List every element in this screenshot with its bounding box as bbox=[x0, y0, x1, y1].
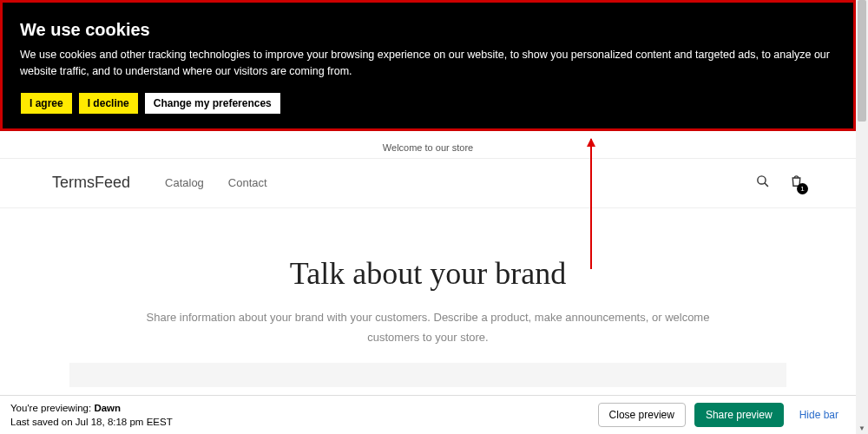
vertical-scrollbar[interactable]: ▼ bbox=[856, 0, 868, 434]
header-icons: 1 bbox=[755, 174, 804, 192]
main-nav: Catalog Contact bbox=[165, 176, 267, 189]
cookie-button-row: I agree I decline Change my preferences bbox=[20, 92, 836, 115]
scrollbar-down-arrow[interactable]: ▼ bbox=[856, 422, 868, 434]
preview-info: You're previewing: Dawn Last saved on Ju… bbox=[10, 401, 173, 429]
change-preferences-button[interactable]: Change my preferences bbox=[144, 92, 281, 115]
svg-point-0 bbox=[758, 176, 766, 184]
preview-actions: Close preview Share preview Hide bar bbox=[598, 403, 845, 427]
search-icon[interactable] bbox=[755, 174, 770, 192]
nav-contact[interactable]: Contact bbox=[228, 176, 267, 189]
annotation-arrow bbox=[590, 139, 592, 269]
hero-title: Talk about your brand bbox=[52, 255, 804, 292]
cookie-description: We use cookies and other tracking techno… bbox=[20, 47, 836, 80]
site-logo[interactable]: TermsFeed bbox=[52, 174, 130, 192]
agree-button[interactable]: I agree bbox=[20, 92, 73, 115]
decline-button[interactable]: I decline bbox=[78, 92, 139, 115]
share-preview-button[interactable]: Share preview bbox=[694, 403, 784, 427]
cookie-consent-banner: We use cookies We use cookies and other … bbox=[0, 0, 856, 131]
preview-theme-name: Dawn bbox=[94, 403, 121, 413]
preview-label: You're previewing: bbox=[10, 403, 94, 413]
cart-badge: 1 bbox=[797, 183, 808, 194]
cart-icon[interactable]: 1 bbox=[789, 174, 804, 192]
svg-line-1 bbox=[765, 183, 768, 187]
hero-subtitle: Share information about your brand with … bbox=[133, 307, 723, 348]
nav-catalog[interactable]: Catalog bbox=[165, 176, 204, 189]
announcement-bar: Welcome to our store bbox=[0, 137, 856, 159]
scrollbar-thumb[interactable] bbox=[858, 0, 866, 122]
preview-saved-time: Last saved on Jul 18, 8:18 pm EEST bbox=[10, 415, 173, 429]
close-preview-button[interactable]: Close preview bbox=[598, 403, 686, 427]
hide-bar-link[interactable]: Hide bar bbox=[792, 404, 845, 426]
content-placeholder bbox=[69, 363, 786, 387]
preview-bar: You're previewing: Dawn Last saved on Ju… bbox=[0, 395, 856, 434]
hero-section: Talk about your brand Share information … bbox=[0, 227, 856, 348]
cookie-title: We use cookies bbox=[20, 20, 836, 40]
site-header: TermsFeed Catalog Contact 1 bbox=[0, 158, 856, 208]
